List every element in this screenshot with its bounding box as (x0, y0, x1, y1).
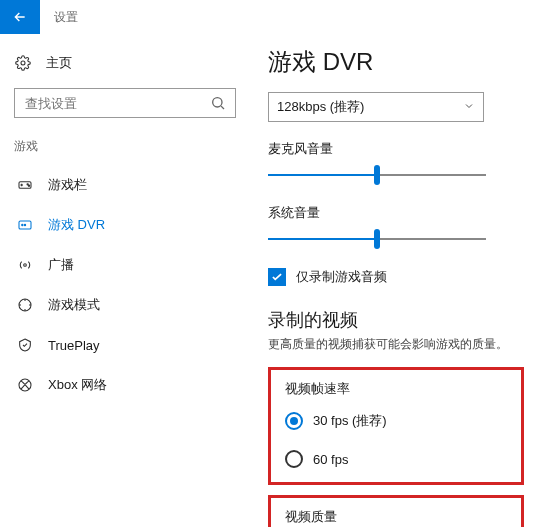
nav-item-dvr[interactable]: 游戏 DVR (14, 205, 236, 245)
dvr-icon (16, 216, 34, 234)
slider-thumb[interactable] (374, 165, 380, 185)
fps-option-label: 60 fps (313, 452, 348, 467)
back-button[interactable] (0, 0, 40, 34)
slider-thumb[interactable] (374, 229, 380, 249)
svg-point-7 (24, 224, 25, 225)
svg-point-8 (24, 264, 27, 267)
broadcast-icon (16, 256, 34, 274)
nav-label: Xbox 网络 (48, 376, 107, 394)
nav-label: 游戏 DVR (48, 216, 105, 234)
bitrate-value: 128kbps (推荐) (277, 98, 364, 116)
radio-outer (285, 412, 303, 430)
svg-point-0 (21, 61, 25, 65)
gamemode-icon (16, 296, 34, 314)
nav-item-broadcast[interactable]: 广播 (14, 245, 236, 285)
nav-item-gamemode[interactable]: 游戏模式 (14, 285, 236, 325)
nav-item-trueplay[interactable]: TruePlay (14, 325, 236, 365)
search-input-wrap[interactable] (14, 88, 236, 118)
gamebar-icon (16, 176, 34, 194)
audio-only-checkbox[interactable]: 仅录制游戏音频 (268, 268, 524, 286)
header-title: 设置 (54, 9, 78, 26)
nav-item-xbox[interactable]: Xbox 网络 (14, 365, 236, 405)
fps-option-30[interactable]: 30 fps (推荐) (285, 412, 507, 430)
gear-icon (14, 54, 32, 72)
page-title: 游戏 DVR (268, 46, 524, 78)
rec-video-desc: 更高质量的视频捕获可能会影响游戏的质量。 (268, 336, 524, 353)
home-label: 主页 (46, 54, 72, 72)
fps-highlight-box: 视频帧速率 30 fps (推荐) 60 fps (268, 367, 524, 485)
fps-option-label: 30 fps (推荐) (313, 412, 387, 430)
nav-section-label: 游戏 (14, 138, 236, 155)
svg-point-1 (213, 98, 222, 107)
svg-point-3 (27, 184, 28, 185)
trueplay-icon (16, 336, 34, 354)
rec-video-title: 录制的视频 (268, 308, 524, 332)
chevron-down-icon (463, 100, 475, 115)
nav-label: 游戏栏 (48, 176, 87, 194)
slider-fill (268, 238, 377, 240)
svg-point-4 (28, 185, 29, 186)
audio-only-label: 仅录制游戏音频 (296, 268, 387, 286)
svg-point-6 (22, 224, 23, 225)
xbox-network-icon (16, 376, 34, 394)
nav-item-gamebar[interactable]: 游戏栏 (14, 165, 236, 205)
nav-label: TruePlay (48, 338, 100, 353)
mic-volume-slider[interactable] (268, 164, 486, 186)
quality-highlight-box: 视频质量 高 (268, 495, 524, 527)
sys-volume-slider[interactable] (268, 228, 486, 250)
bitrate-dropdown[interactable]: 128kbps (推荐) (268, 92, 484, 122)
nav-label: 广播 (48, 256, 74, 274)
fps-option-60[interactable]: 60 fps (285, 450, 507, 468)
slider-fill (268, 174, 377, 176)
svg-rect-5 (19, 221, 31, 229)
radio-outer (285, 450, 303, 468)
checkbox-box (268, 268, 286, 286)
mic-volume-label: 麦克风音量 (268, 140, 524, 158)
search-input[interactable] (23, 95, 209, 112)
quality-label: 视频质量 (285, 508, 507, 526)
nav-label: 游戏模式 (48, 296, 100, 314)
sys-volume-label: 系统音量 (268, 204, 524, 222)
search-icon (209, 94, 227, 112)
fps-label: 视频帧速率 (285, 380, 507, 398)
home-link[interactable]: 主页 (14, 48, 236, 78)
